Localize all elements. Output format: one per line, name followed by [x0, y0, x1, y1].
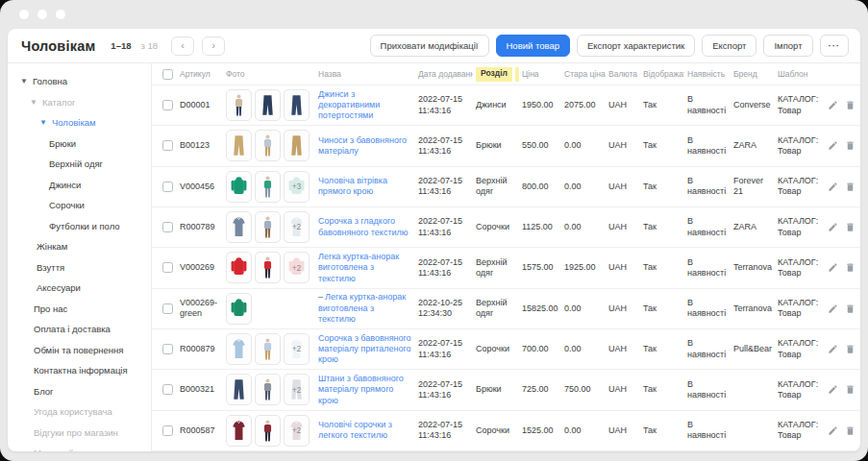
window-minimize-dot[interactable] — [37, 10, 47, 19]
product-name-link[interactable]: Легка куртка-анорак виготовлена з тексти… — [318, 292, 406, 324]
column-header-наявність[interactable]: Наявність — [684, 69, 731, 79]
more-actions-button[interactable]: ··· — [820, 35, 850, 57]
column-header-відображати[interactable]: Відображати — [640, 69, 684, 79]
edit-pencil-icon[interactable] — [828, 384, 838, 395]
sidebar-item-оплата-і-доставка[interactable]: Оплата і доставка — [8, 319, 151, 340]
product-photo-thumbnail[interactable] — [255, 211, 281, 243]
edit-pencil-icon[interactable] — [828, 140, 838, 151]
column-header-назва[interactable]: Назва — [315, 69, 415, 79]
more-photos-badge[interactable]: +2 — [284, 252, 310, 283]
delete-trash-icon[interactable] — [845, 303, 856, 314]
more-photos-badge[interactable]: +2 — [284, 415, 310, 447]
product-photo-thumbnail[interactable] — [226, 89, 252, 121]
row-checkbox[interactable] — [162, 140, 173, 151]
row-checkbox[interactable] — [162, 182, 173, 192]
delete-trash-icon[interactable] — [845, 140, 856, 151]
row-checkbox[interactable] — [162, 100, 173, 110]
select-all-checkbox[interactable] — [162, 69, 173, 80]
product-photo-thumbnail[interactable] — [226, 374, 252, 405]
delete-trash-icon[interactable] — [845, 344, 856, 354]
product-photo-thumbnail[interactable] — [226, 333, 252, 365]
row-checkbox[interactable] — [162, 262, 173, 273]
product-photo-thumbnail[interactable] — [255, 415, 281, 447]
product-name-link[interactable]: Чоловічі сорочки з легкого текстилю — [318, 420, 392, 440]
more-photos-badge[interactable]: +3 — [284, 171, 310, 203]
product-name-link[interactable]: Легка куртка-анорак виготовлена з тексти… — [318, 252, 399, 283]
product-photo-thumbnail[interactable] — [284, 130, 310, 161]
product-photo-thumbnail[interactable] — [226, 293, 252, 325]
product-photo-thumbnail[interactable] — [226, 130, 252, 161]
sidebar-item-джинси[interactable]: Джинси — [8, 175, 151, 196]
chevron-down-icon[interactable]: ▼ — [20, 77, 28, 85]
edit-pencil-icon[interactable] — [828, 100, 838, 110]
delete-trash-icon[interactable] — [845, 182, 856, 192]
sidebar-item-блог[interactable]: Блог — [8, 381, 151, 402]
sidebar-item-жінкам[interactable]: Жінкам — [8, 236, 151, 257]
new-product-button[interactable]: Новий товар — [496, 35, 570, 57]
window-close-dot[interactable] — [19, 10, 29, 19]
column-header-бренд[interactable]: Бренд — [731, 69, 775, 79]
delete-trash-icon[interactable] — [845, 384, 856, 395]
column-header-шаблон[interactable]: Шаблон — [775, 69, 825, 79]
edit-pencil-icon[interactable] — [828, 303, 838, 314]
sidebar-item-угода-користувача[interactable]: Угода користувача — [8, 401, 151, 423]
sidebar-item-сорочки[interactable]: Сорочки — [8, 195, 151, 216]
import-button[interactable]: Імпорт — [763, 35, 812, 57]
sidebar-item-взуття[interactable]: Взуття — [8, 257, 151, 279]
product-name-link[interactable]: Джинси з декоративними потертостями — [318, 89, 380, 121]
product-photo-thumbnail[interactable] — [284, 89, 310, 121]
product-photo-thumbnail[interactable] — [255, 171, 281, 203]
product-photo-thumbnail[interactable] — [226, 415, 252, 447]
column-header-checkbox[interactable] — [152, 69, 177, 80]
delete-trash-icon[interactable] — [845, 425, 856, 436]
product-photo-thumbnail[interactable] — [226, 171, 252, 203]
sidebar-item-головна[interactable]: ▼Головна — [8, 71, 151, 92]
product-photo-thumbnail[interactable] — [255, 252, 281, 283]
more-photos-badge[interactable]: +2 — [284, 333, 310, 365]
row-checkbox[interactable] — [162, 425, 173, 436]
chevron-down-icon[interactable]: ▼ — [39, 118, 47, 127]
column-header-артикул[interactable]: Артикул — [177, 69, 223, 79]
edit-pencil-icon[interactable] — [828, 425, 838, 436]
column-header-фото[interactable]: Фото — [223, 69, 315, 79]
hide-modifications-button[interactable]: Приховати модифікації — [370, 35, 489, 57]
product-photo-thumbnail[interactable] — [226, 211, 252, 243]
sidebar-item-футболки-и-поло[interactable]: Футболки и поло — [8, 216, 151, 237]
pagination-next-button[interactable]: › — [202, 36, 225, 56]
row-checkbox[interactable] — [162, 384, 173, 395]
product-photo-thumbnail[interactable] — [226, 252, 252, 283]
more-photos-badge[interactable]: +2 — [284, 211, 310, 243]
product-photo-thumbnail[interactable] — [255, 130, 281, 161]
sidebar-item-аксесуари[interactable]: Аксесуари — [8, 278, 151, 299]
export-characteristics-button[interactable]: Експорт характеристик — [577, 35, 695, 57]
window-maximize-dot[interactable] — [56, 10, 65, 19]
sidebar-item-обмін-та-повернення[interactable]: Обмін та повернення — [8, 340, 151, 361]
delete-trash-icon[interactable] — [845, 222, 856, 232]
edit-pencil-icon[interactable] — [828, 262, 838, 273]
sidebar-item-контактна-інформація[interactable]: Контактна інформація — [8, 360, 151, 381]
column-header-стара-ціна[interactable]: Стара ціна — [561, 69, 606, 79]
chevron-down-icon[interactable]: ▼ — [30, 98, 37, 107]
product-photo-thumbnail[interactable] — [255, 333, 281, 365]
sidebar-item-про-нас[interactable]: Про нас — [8, 299, 151, 320]
edit-pencil-icon[interactable] — [828, 182, 838, 192]
row-checkbox[interactable] — [162, 303, 173, 314]
sorted-column-label[interactable]: Розділ — [476, 67, 512, 82]
more-photos-badge[interactable]: +2 — [284, 374, 310, 405]
delete-trash-icon[interactable] — [845, 100, 856, 110]
delete-trash-icon[interactable] — [845, 262, 856, 273]
sidebar-item-брюки[interactable]: Брюки — [8, 133, 151, 155]
sidebar-item-каталог[interactable]: ▼Каталог — [8, 92, 151, 113]
product-name-link[interactable]: Сорочка з гладкого бавовняного текстилю — [318, 216, 409, 236]
edit-pencil-icon[interactable] — [828, 344, 838, 354]
sidebar-item-чоловікам[interactable]: ▼Чоловікам — [8, 112, 151, 133]
row-checkbox[interactable] — [162, 222, 173, 232]
edit-pencil-icon[interactable] — [828, 222, 838, 232]
export-button[interactable]: Експорт — [702, 35, 756, 57]
sidebar-item-мапа-сайту[interactable]: Мапа сайту — [8, 443, 151, 451]
column-header-ціна[interactable]: Ціна — [519, 69, 561, 79]
product-name-link[interactable]: Штани з бавовняного матеріалу прямого кр… — [318, 374, 404, 405]
sidebar-item-верхній-одяг[interactable]: Верхній одяг — [8, 154, 151, 175]
sidebar-item-відгуки-про-магазин[interactable]: Відгуки про магазин — [8, 423, 151, 444]
product-photo-thumbnail[interactable] — [255, 374, 281, 405]
